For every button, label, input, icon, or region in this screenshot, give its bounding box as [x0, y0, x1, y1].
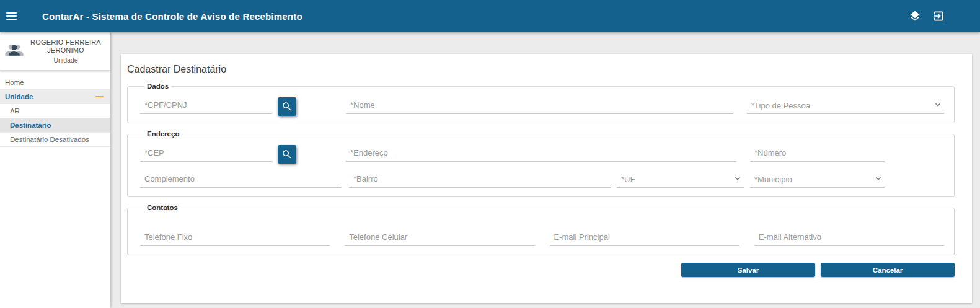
cep-search-button[interactable] — [278, 145, 296, 164]
search-icon — [281, 101, 293, 112]
tipo-pessoa-select[interactable]: *Tipo de Pessoa — [747, 98, 944, 114]
cpf-cnpj-input[interactable] — [140, 98, 272, 114]
complemento-input[interactable] — [140, 172, 342, 188]
sidebar-item-unidade[interactable]: Unidade — [0, 90, 110, 104]
chevron-down-icon — [733, 174, 743, 185]
collapse-icon[interactable] — [95, 96, 104, 97]
cancelar-button[interactable]: Cancelar — [821, 263, 955, 277]
telefone-fixo-input[interactable] — [140, 230, 330, 246]
content-card: Cadastrar Destinatário Dados *Tipo de Pe… — [121, 54, 972, 303]
layers-icon[interactable] — [908, 9, 922, 23]
section-endereco: Endereço *UF *Município — [127, 130, 955, 197]
uf-select[interactable]: *UF — [617, 172, 744, 188]
chevron-down-icon — [933, 100, 943, 112]
page-title: Cadastrar Destinatário — [127, 64, 955, 75]
municipio-select[interactable]: *Município — [750, 172, 885, 188]
app-title: ContarAr - Sistema de Controle de Aviso … — [42, 11, 302, 22]
chevron-down-icon — [873, 174, 883, 185]
section-contatos-legend: Contatos — [144, 204, 181, 211]
endereco-input[interactable] — [346, 146, 736, 162]
section-contatos: Contatos — [127, 204, 955, 255]
app-bar: ContarAr - Sistema de Controle de Aviso … — [0, 0, 980, 32]
user-panel: ROGERIO FERREIRA JERONIMO Unidade — [0, 32, 110, 71]
cpf-search-button[interactable] — [278, 97, 296, 116]
sidebar-menu: Home Unidade AR Destinatário Destinatári… — [0, 76, 110, 147]
sidebar-item-destinatario[interactable]: Destinatário — [0, 118, 110, 133]
appbar-actions — [908, 9, 945, 23]
cep-input[interactable] — [140, 146, 272, 162]
bairro-input[interactable] — [349, 172, 611, 188]
section-dados: Dados *Tipo de Pessoa — [127, 82, 955, 123]
nome-input[interactable] — [346, 98, 733, 114]
form-actions: Salvar Cancelar — [127, 263, 955, 277]
numero-input[interactable] — [750, 146, 885, 162]
search-icon — [281, 149, 293, 160]
telefone-celular-input[interactable] — [345, 230, 534, 246]
sidebar-item-home[interactable]: Home — [0, 76, 110, 90]
section-dados-legend: Dados — [144, 82, 172, 90]
sidebar-item-ar[interactable]: AR — [0, 104, 110, 118]
exit-icon[interactable] — [932, 9, 945, 23]
salvar-button[interactable]: Salvar — [681, 263, 815, 277]
section-endereco-legend: Endereço — [144, 130, 182, 138]
sidebar-item-destinatario-desativados[interactable]: Destinatário Desativados — [0, 133, 110, 147]
sidebar: ROGERIO FERREIRA JERONIMO Unidade Home U… — [0, 32, 110, 308]
email-principal-input[interactable] — [550, 230, 739, 246]
user-name: ROGERIO FERREIRA JERONIMO — [25, 38, 107, 54]
user-subtitle: Unidade — [25, 56, 107, 64]
email-alternativo-input[interactable] — [754, 230, 944, 246]
people-icon — [4, 39, 25, 59]
menu-icon[interactable] — [5, 7, 26, 25]
